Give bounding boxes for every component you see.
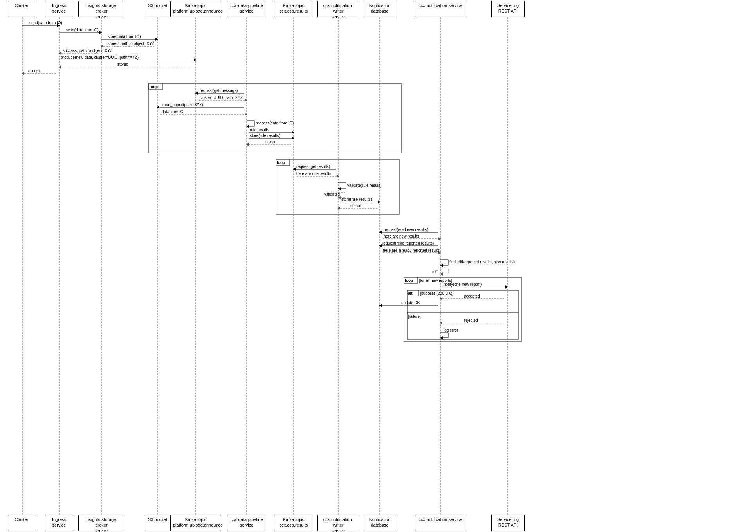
svg-text:read_object(path=XYZ): read_object(path=XYZ) bbox=[162, 103, 203, 107]
lifeline-cluster-bot: Cluster bbox=[8, 515, 35, 531]
sequence-diagram: send(data from IO) send(data from IO) st… bbox=[0, 0, 756, 532]
lifeline-servicelog-top-label: ServiceLogREST API bbox=[497, 3, 519, 13]
lifeline-notifdb-bot: Notificationdatabase bbox=[364, 515, 395, 531]
lifeline-s3-bot: S3 bucket bbox=[145, 515, 170, 531]
svg-text:notify(one new report): notify(one new report) bbox=[444, 282, 482, 287]
svg-text:success, path to object=XYZ: success, path to object=XYZ bbox=[63, 49, 112, 53]
svg-text:store(data from IO): store(data from IO) bbox=[108, 34, 141, 39]
svg-text:stored: stored bbox=[350, 204, 361, 208]
lifeline-ccxns-bot-label: ccx-notification-service bbox=[419, 517, 462, 522]
svg-text:send(data from IO): send(data from IO) bbox=[66, 28, 99, 32]
svg-text:loop: loop bbox=[405, 278, 413, 283]
lifeline-cluster-top-label: Cluster bbox=[15, 3, 29, 8]
svg-marker-68 bbox=[293, 168, 296, 171]
svg-text:request(get message): request(get message) bbox=[200, 88, 238, 93]
svg-text:loop: loop bbox=[150, 85, 158, 89]
svg-text:request(read new results): request(read new results) bbox=[384, 227, 428, 232]
svg-marker-123 bbox=[440, 297, 442, 300]
lifeline-ccxns-bot: ccx-notification-service bbox=[415, 515, 466, 531]
svg-text:accepted: accepted bbox=[464, 294, 480, 298]
svg-text:validate(rule resuls): validate(rule resuls) bbox=[347, 183, 381, 188]
svg-text:cluster=UUID, path=XYZ: cluster=UUID, path=XYZ bbox=[200, 96, 243, 100]
svg-marker-48 bbox=[245, 113, 247, 116]
lifeline-kafka2-bot: Kafka topicccx.ocp.results bbox=[274, 515, 313, 531]
lifeline-kafka1-top-label: Kafka topicplatform.upload.announce bbox=[173, 3, 223, 13]
lifeline-kafka2-top: Kafka topicccx.ocp.results bbox=[274, 1, 313, 17]
lifeline-ccxnw-top-label: ccx-notification-writerservice bbox=[323, 3, 353, 19]
svg-text:diff: diff bbox=[432, 270, 437, 274]
svg-text:stored: stored bbox=[265, 140, 276, 144]
svg-text:store(rule results): store(rule results) bbox=[250, 133, 280, 138]
svg-text:log error: log error bbox=[444, 328, 458, 332]
svg-text:validated: validated bbox=[324, 192, 340, 197]
svg-marker-87 bbox=[337, 207, 340, 210]
lifeline-isb-top: Insights-storage-brokerservice bbox=[78, 1, 124, 17]
svg-text:here are already reported resu: here are already reported results bbox=[383, 248, 440, 252]
lifeline-ccxdp-bot: ccx-data-pipelineservice bbox=[227, 515, 266, 531]
lifeline-servicelog-bot-label: ServiceLogREST API bbox=[497, 517, 519, 527]
svg-marker-90 bbox=[379, 231, 382, 234]
svg-text:[failure]: [failure] bbox=[408, 314, 421, 319]
lifeline-cluster-bot-label: Cluster bbox=[15, 517, 29, 522]
svg-marker-56 bbox=[292, 131, 294, 134]
lifeline-notifdb-top: Notificationdatabase bbox=[364, 1, 395, 17]
lifeline-s3-top: S3 bucket bbox=[145, 1, 170, 17]
svg-text:stored, path to object=XYZ: stored, path to object=XYZ bbox=[108, 41, 154, 46]
lifeline-ccxnw-bot: ccx-notification-writerservice bbox=[317, 515, 359, 531]
lifeline-cluster-top: Cluster bbox=[8, 1, 35, 17]
svg-text:rule results: rule results bbox=[250, 128, 269, 132]
svg-marker-39 bbox=[195, 92, 198, 95]
svg-text:loop: loop bbox=[277, 161, 285, 165]
svg-text:request(get results): request(get results) bbox=[296, 164, 330, 169]
svg-marker-93 bbox=[438, 237, 441, 240]
svg-text:update DB: update DB bbox=[401, 301, 420, 305]
svg-text:here are rule results: here are rule results bbox=[296, 171, 331, 176]
svg-text:here are new results: here are new results bbox=[384, 234, 419, 238]
svg-text:request(read reported results): request(read reported results) bbox=[382, 241, 434, 245]
lifeline-ccxdp-bot-label: ccx-data-pipelineservice bbox=[230, 517, 263, 527]
svg-marker-15 bbox=[99, 31, 102, 34]
svg-rect-118 bbox=[407, 290, 518, 339]
svg-marker-33 bbox=[22, 72, 24, 75]
lifeline-s3-top-label: S3 bucket bbox=[148, 3, 167, 8]
lifeline-notifdb-bot-label: Notificationdatabase bbox=[369, 517, 390, 527]
svg-text:stored: stored bbox=[117, 62, 128, 67]
svg-marker-96 bbox=[379, 244, 382, 247]
svg-text:rejected: rejected bbox=[464, 318, 478, 323]
lifeline-ccxdp-top: ccx-data-pipelineservice bbox=[227, 1, 266, 17]
lifeline-kafka1-bot: Kafka topicplatform.upload.announce bbox=[170, 515, 221, 531]
svg-text:produce(new data, cluster=UUID: produce(new data, cluster=UUID, path=XYZ… bbox=[61, 55, 139, 60]
svg-marker-21 bbox=[101, 45, 103, 48]
lifeline-ingress-bot-label: Ingressservice bbox=[52, 517, 66, 527]
svg-marker-62 bbox=[246, 143, 249, 146]
svg-marker-59 bbox=[292, 137, 294, 140]
lifeline-isb-bot-label: Insights-storage-brokerservice bbox=[85, 517, 117, 532]
lifeline-s3-bot-label: S3 bucket bbox=[148, 517, 167, 522]
svg-marker-27 bbox=[194, 58, 197, 61]
svg-marker-30 bbox=[58, 65, 61, 69]
svg-marker-45 bbox=[157, 106, 159, 109]
lifeline-isb-bot: Insights-storage-brokerservice bbox=[78, 515, 124, 531]
lifeline-kafka1-top: Kafka topicplatform.upload.announce bbox=[170, 1, 221, 17]
lifeline-ccxns-top: ccx-notification-service bbox=[415, 1, 466, 17]
lifeline-kafka2-bot-label: Kafka topicccx.ocp.results bbox=[280, 517, 308, 527]
svg-marker-18 bbox=[155, 38, 158, 41]
svg-text:send(data from IO): send(data from IO) bbox=[29, 21, 62, 25]
svg-text:process(data from IO): process(data from IO) bbox=[256, 121, 294, 125]
lifeline-servicelog-bot: ServiceLogREST API bbox=[491, 515, 525, 531]
svg-text:alt: alt bbox=[408, 291, 413, 296]
lifeline-ingress-top: Ingressservice bbox=[45, 1, 73, 17]
lifeline-ccxdp-top-label: ccx-data-pipelineservice bbox=[230, 3, 263, 13]
svg-layer: send(data from IO) send(data from IO) st… bbox=[0, 0, 756, 532]
svg-marker-131 bbox=[440, 321, 442, 325]
svg-text:[success (200 OK)]: [success (200 OK)] bbox=[420, 291, 453, 296]
lifeline-ccxnw-top: ccx-notification-writerservice bbox=[317, 1, 359, 17]
lifeline-ingress-top-label: Ingressservice bbox=[52, 3, 66, 13]
svg-marker-24 bbox=[58, 52, 61, 55]
svg-marker-126 bbox=[379, 304, 382, 307]
svg-marker-42 bbox=[245, 99, 247, 102]
lifeline-ccxns-top-label: ccx-notification-service bbox=[419, 3, 462, 8]
lifeline-kafka1-bot-label: Kafka topicplatform.upload.announce bbox=[173, 517, 223, 527]
svg-text:data from IO: data from IO bbox=[162, 110, 184, 114]
svg-marker-84 bbox=[378, 200, 381, 204]
